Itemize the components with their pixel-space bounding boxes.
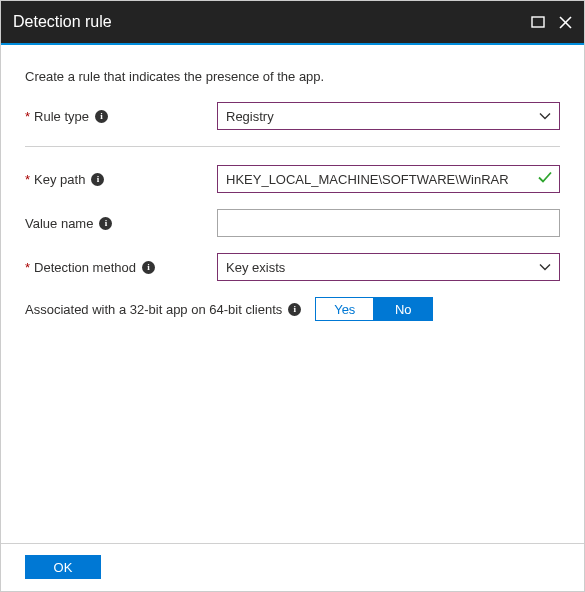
header-controls xyxy=(531,16,572,29)
field-value-name xyxy=(217,209,560,237)
label-key-path: * Key path i xyxy=(25,172,217,187)
required-asterisk: * xyxy=(25,172,30,187)
select-value: Registry xyxy=(226,109,274,124)
chevron-down-icon xyxy=(539,109,551,124)
label-text: Associated with a 32-bit app on 64-bit c… xyxy=(25,302,282,317)
field-key-path xyxy=(217,165,560,193)
maximize-icon[interactable] xyxy=(531,16,545,28)
intro-text: Create a rule that indicates the presenc… xyxy=(25,69,560,84)
assoc-toggle: Yes No xyxy=(315,297,433,321)
ok-button[interactable]: OK xyxy=(25,555,101,579)
value-name-input[interactable] xyxy=(217,209,560,237)
dialog-header: Detection rule xyxy=(1,1,584,45)
detection-method-select[interactable]: Key exists xyxy=(217,253,560,281)
row-key-path: * Key path i xyxy=(25,165,560,193)
label-text: Value name xyxy=(25,216,93,231)
info-icon[interactable]: i xyxy=(95,110,108,123)
select-value: Key exists xyxy=(226,260,285,275)
dialog-title: Detection rule xyxy=(13,13,531,31)
row-detection-method: * Detection method i Key exists xyxy=(25,253,560,281)
row-assoc: Associated with a 32-bit app on 64-bit c… xyxy=(25,297,560,321)
svg-rect-0 xyxy=(532,17,544,27)
field-detection-method: Key exists xyxy=(217,253,560,281)
assoc-yes-button[interactable]: Yes xyxy=(316,298,374,320)
field-rule-type: Registry xyxy=(217,102,560,130)
label-detection-method: * Detection method i xyxy=(25,260,217,275)
required-asterisk: * xyxy=(25,109,30,124)
label-text: Key path xyxy=(34,172,85,187)
info-icon[interactable]: i xyxy=(288,303,301,316)
label-text: Rule type xyxy=(34,109,89,124)
label-assoc: Associated with a 32-bit app on 64-bit c… xyxy=(25,302,301,317)
rule-type-select[interactable]: Registry xyxy=(217,102,560,130)
info-icon[interactable]: i xyxy=(91,173,104,186)
chevron-down-icon xyxy=(539,260,551,275)
key-path-input[interactable] xyxy=(217,165,560,193)
row-rule-type: * Rule type i Registry xyxy=(25,102,560,130)
divider xyxy=(25,146,560,147)
label-rule-type: * Rule type i xyxy=(25,109,217,124)
label-text: Detection method xyxy=(34,260,136,275)
dialog-body: Create a rule that indicates the presenc… xyxy=(1,45,584,543)
info-icon[interactable]: i xyxy=(99,217,112,230)
info-icon[interactable]: i xyxy=(142,261,155,274)
close-icon[interactable] xyxy=(559,16,572,29)
label-value-name: Value name i xyxy=(25,216,217,231)
assoc-no-button[interactable]: No xyxy=(374,298,432,320)
required-asterisk: * xyxy=(25,260,30,275)
dialog-footer: OK xyxy=(1,543,584,590)
row-value-name: Value name i xyxy=(25,209,560,237)
